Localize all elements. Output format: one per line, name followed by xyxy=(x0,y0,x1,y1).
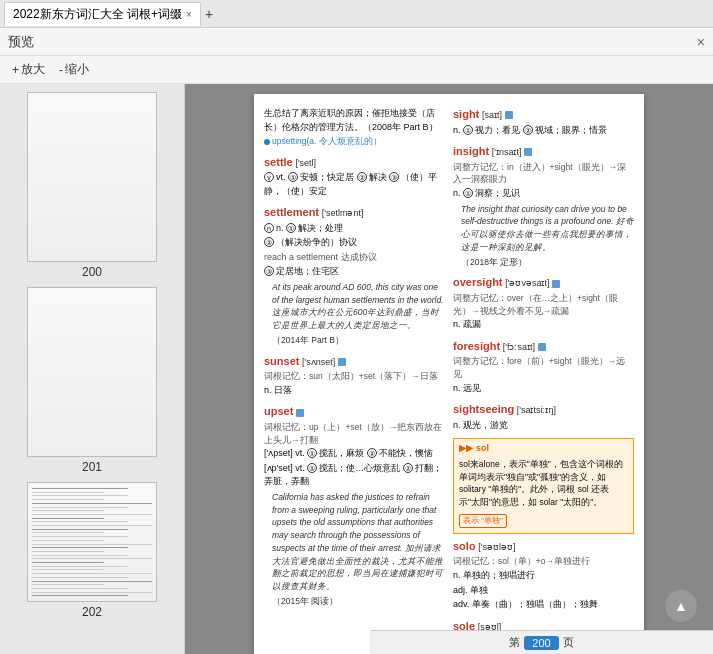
zoom-in-label: 放大 xyxy=(21,61,45,78)
sol-tag: 表示 "单独" xyxy=(459,514,507,528)
sight-icon xyxy=(505,111,513,119)
zoom-out-icon: - xyxy=(59,63,63,77)
thumbnail-page-201[interactable]: 201 xyxy=(27,287,157,474)
insight-memory: 词整方记忆：in（进入）+sight（眼光）→深入一洞察眼力 xyxy=(453,161,634,187)
upset-year: （2015年 阅读） xyxy=(272,595,445,608)
sight-word: sight xyxy=(453,108,479,120)
thumbnail-page-200[interactable]: 200 xyxy=(27,92,157,279)
current-page-indicator: 200 xyxy=(524,636,558,650)
sol-content: sol来alone，表示"单独"，包含这个词根的单词均表示"独自"或"孤独"的含… xyxy=(459,458,628,509)
entry-intro: 生总结了离亲近职的原因；催拒地接受（店长）伦格尔的管理方法。（2008年 Par… xyxy=(264,107,445,148)
document-panel[interactable]: 生总结了离亲近职的原因；催拒地接受（店长）伦格尔的管理方法。（2008年 Par… xyxy=(185,84,713,654)
insight-year: （2018年 定形） xyxy=(461,256,634,269)
settlement-def1: nn. ①解决；处理 xyxy=(264,222,445,236)
new-tab-button[interactable]: + xyxy=(201,6,217,22)
upset-memory: 词根记忆：up（上）+set（放）→把东西放在上头儿→打翻 xyxy=(264,421,445,447)
solo-def3: adv. 单奏（曲）；独唱（曲）；独舞 xyxy=(453,598,634,612)
oversight-memory: 词整方记忆：over（在…之上）+sight（眼光）→视线之外看不见→疏漏 xyxy=(453,292,634,318)
settle-phonetic: ['setl] xyxy=(295,158,316,168)
scroll-to-top-button[interactable]: ▲ xyxy=(665,590,697,622)
zoom-out-button[interactable]: - 缩小 xyxy=(55,59,93,80)
foresight-icon xyxy=(538,343,546,351)
page-label-prefix: 第 xyxy=(509,635,520,650)
solo-def2: adj. 单独 xyxy=(453,584,634,598)
tab-label: 2022新东方词汇大全 词根+词缀 xyxy=(13,6,182,23)
foresight-word: foresight xyxy=(453,340,500,352)
sunset-memory: 词根记忆：sun（太阳）+set（落下）→日落 xyxy=(264,370,445,383)
right-column: sight [saɪt] n. ①视力；看见 ②视域；眼界；情景 insight… xyxy=(453,106,634,654)
sol-title: sol xyxy=(476,442,489,456)
settle-word: settle xyxy=(264,156,293,168)
thumb-label-202: 202 xyxy=(82,605,102,619)
entry-sight: sight [saɪt] n. ①视力；看见 ②视域；眼界；情景 xyxy=(453,106,634,137)
active-tab[interactable]: 2022新东方词汇大全 词根+词缀 × xyxy=(4,2,201,26)
upset-example: California has asked the justices to ref… xyxy=(272,491,445,593)
insight-def: n. ①洞察；见识 xyxy=(453,187,634,201)
sunset-word: sunset xyxy=(264,355,299,367)
preview-header: 预览 × xyxy=(0,28,713,56)
zoom-in-button[interactable]: + 放大 xyxy=(8,59,49,80)
settlement-example: At its peak around AD 600, this city was… xyxy=(272,281,445,332)
foresight-memory: 词整方记忆：fore（前）+sight（眼光）→远见 xyxy=(453,355,634,381)
sight-phonetic: [saɪt] xyxy=(482,110,502,120)
entry-settlement: settlement ['setlmənt] nn. ①解决；处理 ②（解决纷争… xyxy=(264,204,445,346)
entry-sightseeing: sightseeing ['saɪtsiːɪŋ] n. 观光，游览 xyxy=(453,401,634,432)
settlement-phonetic: ['setlmənt] xyxy=(322,208,364,218)
sunset-icon xyxy=(338,358,346,366)
entry-solo: solo ['səʊləʊ] 词根记忆：sol（单）+o→单独进行 n. 单独的… xyxy=(453,538,634,612)
insight-icon xyxy=(524,148,532,156)
sight-def: n. ①视力；看见 ②视域；眼界；情景 xyxy=(453,124,634,138)
tab-bar: 2022新东方词汇大全 词根+词缀 × + xyxy=(0,0,713,28)
entry-sunset: sunset ['sʌnset] 词根记忆：sun（太阳）+set（落下）→日落… xyxy=(264,353,445,398)
upset-word: upset xyxy=(264,405,293,417)
preview-title: 预览 xyxy=(8,33,34,51)
zoom-in-icon: + xyxy=(12,63,19,77)
foresight-phonetic: ['fɔːsaɪt] xyxy=(503,342,535,352)
thumbnail-panel[interactable]: 200 xyxy=(0,84,185,654)
settlement-phrase: reach a settlement 达成协议 xyxy=(264,251,445,265)
insight-example: The insight that curiosity can drive you… xyxy=(461,203,634,254)
insight-phonetic: ['ɪnsaɪt] xyxy=(492,147,522,157)
bottom-page-bar: 第 200 页 xyxy=(370,630,713,654)
preview-close-button[interactable]: × xyxy=(697,34,705,50)
solo-def1: n. 单独的；独唱进行 xyxy=(453,569,634,583)
thumb-img-201 xyxy=(27,287,157,457)
tab-close-button[interactable]: × xyxy=(186,9,192,20)
zoom-out-label: 缩小 xyxy=(65,61,89,78)
thumb-label-201: 201 xyxy=(82,460,102,474)
entry-oversight: oversight ['əʊvəsaɪt] 词整方记忆：over（在…之上）+s… xyxy=(453,274,634,332)
sunset-phonetic: ['sʌnset] xyxy=(302,357,335,367)
oversight-word: oversight xyxy=(453,276,503,288)
settle-def: vvt. ①安顿；快定居 ②解决 ③（使）平静，（使）安定 xyxy=(264,171,445,198)
thumb-img-202 xyxy=(27,482,157,602)
solo-memory: 词根记忆：sol（单）+o→单独进行 xyxy=(453,555,634,568)
page-label-suffix: 页 xyxy=(563,635,574,650)
toolbar: + 放大 - 缩小 xyxy=(0,56,713,84)
entry-foresight: foresight ['fɔːsaɪt] 词整方记忆：fore（前）+sight… xyxy=(453,338,634,396)
settlement-def2: ②（解决纷争的）协议 xyxy=(264,236,445,250)
oversight-def: n. 疏漏 xyxy=(453,318,634,332)
solo-phonetic: ['səʊləʊ] xyxy=(478,542,515,552)
upsetting-note: upsetting(a. 令人烦意乱的） xyxy=(264,135,445,148)
upset-def2: [ʌp'set] vt. ①搅乱；使…心烦意乱 ②打翻；弄脏，弄翻 xyxy=(264,462,445,489)
oversight-icon xyxy=(552,280,560,288)
main-area: 200 xyxy=(0,84,713,654)
thumb-img-200 xyxy=(27,92,157,262)
sunset-def: n. 日落 xyxy=(264,384,445,398)
upset-def1: ['ʌpset] vt. ①搅乱，麻烦 ②不能快，懊恼 xyxy=(264,447,445,461)
foresight-def: n. 远见 xyxy=(453,382,634,396)
intro-text: 生总结了离亲近职的原因；催拒地接受（店长）伦格尔的管理方法。（2008年 Par… xyxy=(264,107,445,134)
settlement-word: settlement xyxy=(264,206,319,218)
sightseeing-def: n. 观光，游览 xyxy=(453,419,634,433)
sightseeing-word: sightseeing xyxy=(453,403,514,415)
scroll-to-top-icon: ▲ xyxy=(674,598,688,614)
entry-insight: insight ['ɪnsaɪt] 词整方记忆：in（进入）+sight（眼光）… xyxy=(453,143,634,268)
settlement-def3: ③定居地；住宅区 xyxy=(264,265,445,279)
sightseeing-phonetic: ['saɪtsiːɪŋ] xyxy=(517,405,556,415)
thumb-label-200: 200 xyxy=(82,265,102,279)
thumbnail-page-202[interactable]: 202 xyxy=(27,482,157,619)
document-page: 生总结了离亲近职的原因；催拒地接受（店长）伦格尔的管理方法。（2008年 Par… xyxy=(254,94,644,654)
insight-word: insight xyxy=(453,145,489,157)
entry-upset: upset 词根记忆：up（上）+set（放）→把东西放在上头儿→打翻 ['ʌp… xyxy=(264,403,445,607)
left-column: 生总结了离亲近职的原因；催拒地接受（店长）伦格尔的管理方法。（2008年 Par… xyxy=(264,106,445,654)
